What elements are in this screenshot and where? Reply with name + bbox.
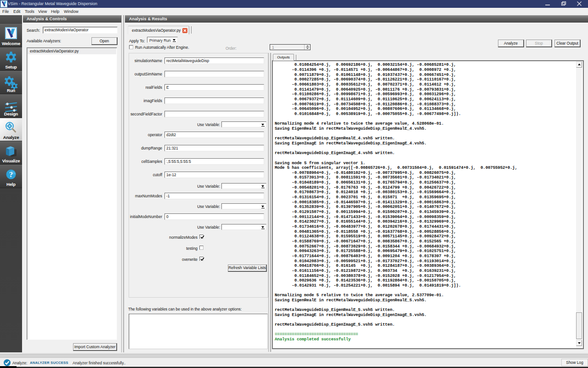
svg-text:?: ? <box>9 171 13 178</box>
